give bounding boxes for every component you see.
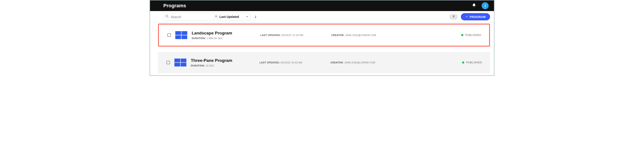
status-badge: PUBLISHED: [462, 61, 482, 64]
search-box[interactable]: [163, 13, 215, 21]
program-thumbnail: [174, 59, 186, 67]
trash-icon: [452, 15, 455, 19]
program-row[interactable]: Three-Pane Program DURATION: 10 SEC LAST…: [158, 52, 490, 73]
avatar[interactable]: J: [482, 2, 489, 9]
status-dot-icon: [462, 61, 464, 64]
sort-direction-button[interactable]: [253, 14, 258, 19]
delete-button[interactable]: [450, 14, 458, 20]
creator-meta: CREATOR: JANE.DOE@LOREM.COM: [330, 61, 397, 64]
sort-dropdown[interactable]: Last Updated: [217, 13, 251, 21]
status-dot-icon: [461, 34, 464, 36]
search-input[interactable]: [170, 15, 213, 19]
sort-label: Last Updated: [220, 15, 239, 18]
toolbar: Last Updated PROGRAM: [150, 11, 494, 23]
program-thumbnail: [175, 31, 187, 39]
duration-meta: DURATION: 10 SEC: [191, 64, 255, 67]
program-name: Landscape Program: [192, 31, 256, 36]
notifications-icon[interactable]: [472, 3, 476, 8]
search-icon: [165, 15, 169, 19]
page-title: Programs: [163, 3, 186, 9]
last-updated-meta: LAST UPDATED: 03/16/22 12:24 PM: [260, 34, 327, 36]
duration-meta: DURATION: 1 MIN 50 SEC: [192, 37, 256, 40]
row-checkbox[interactable]: [167, 33, 171, 37]
new-program-label: PROGRAM: [470, 15, 486, 18]
program-name: Three-Pane Program: [191, 58, 255, 63]
row-checkbox[interactable]: [166, 61, 170, 64]
new-program-button[interactable]: PROGRAM: [461, 13, 490, 20]
top-bar: Programs J: [150, 0, 494, 11]
program-row[interactable]: Landscape Program DURATION: 1 MIN 50 SEC…: [158, 24, 490, 47]
chevron-down-icon: [246, 15, 248, 18]
last-updated-meta: LAST UPDATED: 03/16/22 10:43 AM: [260, 61, 326, 64]
avatar-initial: J: [484, 4, 486, 7]
plus-icon: [466, 15, 468, 18]
status-badge: PUBLISHED: [461, 34, 481, 37]
creator-meta: CREATOR: JANE.DOE@LOREM.COM: [331, 34, 398, 36]
program-list: Landscape Program DURATION: 1 MIN 50 SEC…: [150, 23, 494, 75]
